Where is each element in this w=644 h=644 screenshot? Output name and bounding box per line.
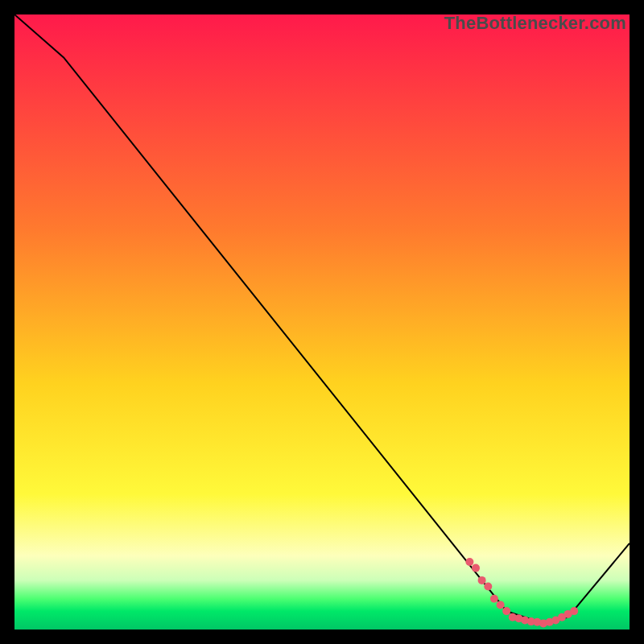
marker-dot — [472, 564, 480, 572]
marker-dot — [484, 583, 492, 591]
marker-dot — [478, 576, 486, 584]
chart-frame: TheBottlenecker.com — [0, 0, 644, 644]
watermark-text: TheBottlenecker.com — [444, 13, 626, 34]
marker-dot — [497, 601, 505, 609]
gradient-background — [14, 14, 630, 630]
plot-area: TheBottlenecker.com — [14, 14, 630, 630]
marker-dot — [502, 607, 510, 615]
plot-svg — [14, 14, 630, 630]
marker-dot — [465, 558, 473, 566]
marker-dot — [570, 607, 578, 615]
marker-dot — [490, 595, 498, 603]
